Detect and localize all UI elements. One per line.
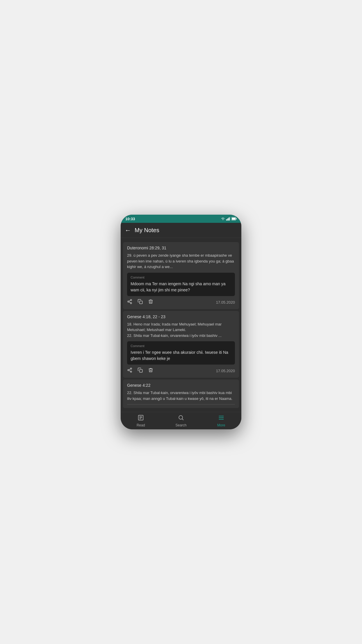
copy-button-2[interactable] bbox=[138, 368, 143, 374]
share-button-2[interactable] bbox=[127, 368, 132, 374]
note-divider-3 bbox=[127, 404, 235, 405]
comment-box-2: Comment Iveren i Ter ngee wuee sha akura… bbox=[127, 341, 235, 365]
nav-item-search[interactable]: Search bbox=[161, 414, 201, 427]
note-reference-3: Genese 4:22 bbox=[127, 383, 235, 388]
note-verse-2: 18. Heno mar Irada; Irada mar Mehuyael; … bbox=[127, 321, 235, 339]
svg-rect-18 bbox=[140, 370, 143, 372]
comment-box-1: Comment Mdoom ma Ter man iengem Na ngi s… bbox=[127, 273, 235, 296]
nav-label-search: Search bbox=[175, 423, 187, 427]
nav-label-more: More bbox=[217, 423, 225, 427]
svg-line-11 bbox=[129, 300, 130, 301]
nav-item-read[interactable]: Read bbox=[121, 414, 161, 427]
read-icon bbox=[138, 414, 144, 422]
note-card-1: Duteronomi 28:29, 31 29. ú peven a pev z… bbox=[123, 242, 239, 309]
action-icons-1 bbox=[127, 299, 153, 306]
svg-rect-5 bbox=[236, 218, 237, 220]
delete-button-2[interactable] bbox=[148, 368, 153, 374]
svg-line-24 bbox=[182, 419, 183, 420]
copy-button-1[interactable] bbox=[138, 299, 143, 306]
note-date-2: 17.05.2020 bbox=[216, 369, 235, 373]
app-toolbar: ← My Notes bbox=[121, 223, 241, 238]
note-date-1: 17.05.2020 bbox=[216, 300, 235, 304]
notes-list: Duteronomi 28:29, 31 29. ú peven a pev z… bbox=[121, 238, 241, 412]
status-time: 10:33 bbox=[125, 217, 135, 221]
svg-line-10 bbox=[129, 302, 130, 303]
comment-text-1: Mdoom ma Ter man iengem Na ngi sha amo m… bbox=[131, 281, 231, 293]
note-card-3: Genese 4:22 22. Shila mar Tubal-kain, or… bbox=[123, 379, 239, 408]
svg-point-8 bbox=[128, 301, 129, 302]
svg-rect-2 bbox=[229, 218, 229, 220]
svg-rect-12 bbox=[140, 301, 143, 304]
note-verse-3: 22. Shila mar Tubal-kain, orvareniwa i i… bbox=[127, 390, 235, 401]
phone-frame: 10:33 ← My Notes bbox=[121, 215, 241, 429]
delete-button-1[interactable] bbox=[148, 299, 153, 306]
back-button[interactable]: ← bbox=[125, 227, 131, 234]
battery-icon bbox=[231, 217, 237, 220]
svg-point-15 bbox=[130, 371, 132, 372]
svg-point-23 bbox=[179, 415, 183, 419]
signal-icon bbox=[226, 217, 230, 220]
action-icons-2 bbox=[127, 368, 153, 374]
svg-rect-1 bbox=[227, 218, 228, 220]
note-card-2: Genese 4:18, 22 - 23 18. Heno mar Irada;… bbox=[123, 311, 239, 378]
svg-point-13 bbox=[130, 368, 132, 370]
comment-text-2: Iveren i Ter ngee wuee sha akuraior chii… bbox=[131, 349, 231, 362]
bottom-nav: Read Search More bbox=[121, 412, 241, 429]
comment-label-2: Comment bbox=[131, 344, 231, 348]
note-actions-1: 17.05.2020 bbox=[127, 299, 235, 306]
svg-rect-0 bbox=[226, 219, 227, 220]
wifi-icon bbox=[221, 217, 225, 220]
note-reference-1: Duteronomi 28:29, 31 bbox=[127, 246, 235, 250]
svg-line-17 bbox=[129, 369, 130, 370]
status-bar: 10:33 bbox=[121, 215, 241, 223]
svg-point-9 bbox=[130, 302, 132, 304]
note-reference-2: Genese 4:18, 22 - 23 bbox=[127, 314, 235, 319]
svg-rect-6 bbox=[232, 218, 236, 220]
share-button-1[interactable] bbox=[127, 299, 132, 306]
comment-label-1: Comment bbox=[131, 276, 231, 279]
nav-label-read: Read bbox=[137, 423, 145, 427]
note-verse-1: 29. ú peven a pev zende iyange sha tembe… bbox=[127, 253, 235, 270]
svg-rect-3 bbox=[229, 217, 230, 220]
status-icons bbox=[221, 217, 237, 220]
note-actions-2: 17.05.2020 bbox=[127, 368, 235, 374]
search-icon bbox=[178, 414, 184, 422]
page-title: My Notes bbox=[135, 227, 159, 234]
svg-point-7 bbox=[130, 299, 132, 301]
svg-point-14 bbox=[128, 370, 129, 371]
svg-line-16 bbox=[129, 370, 130, 371]
more-icon bbox=[218, 414, 224, 422]
nav-item-more[interactable]: More bbox=[201, 414, 241, 427]
